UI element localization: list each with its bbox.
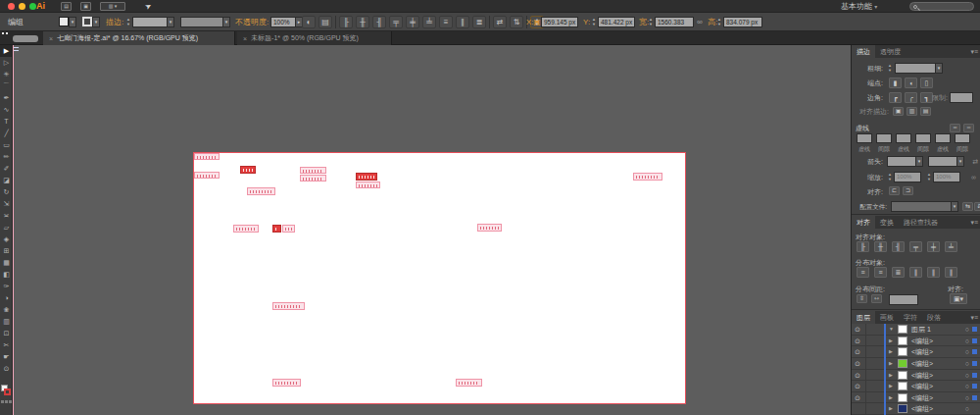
- visibility-eye-icon[interactable]: ⊙: [855, 370, 860, 381]
- layer-name[interactable]: <编组>: [911, 346, 933, 357]
- arrange-documents-icon[interactable]: ▥ ▾: [100, 2, 125, 11]
- miter-limit-field[interactable]: [950, 92, 973, 103]
- dimension-annotation[interactable]: [477, 224, 502, 232]
- window-drag-stub[interactable]: [13, 35, 38, 42]
- tab-align-panel[interactable]: 路径查找器: [899, 216, 943, 229]
- stroke-weight-field[interactable]: [132, 17, 168, 27]
- align-bottom-icon[interactable]: ╧: [422, 16, 436, 28]
- distribute-space-vertical-icon[interactable]: ⇳: [857, 294, 867, 303]
- x-field[interactable]: 959.145 px: [541, 17, 578, 27]
- align-left-icon[interactable]: ╟: [339, 16, 353, 28]
- workspace-switcher[interactable]: 基本功能 ▾: [841, 0, 877, 14]
- perspective-grid-tool[interactable]: ⊞: [0, 245, 13, 257]
- slice-tool[interactable]: ✂: [0, 339, 13, 351]
- dimension-annotation[interactable]: [194, 153, 220, 160]
- stroke-align-center-icon[interactable]: ▣: [893, 107, 904, 116]
- stroke-weight-label[interactable]: 描边:: [106, 13, 123, 31]
- eraser-tool[interactable]: ◪: [0, 175, 13, 186]
- align-horizontal-right-icon[interactable]: ╢: [892, 241, 905, 252]
- layer-thumbnail[interactable]: [898, 382, 907, 390]
- rotate-tool[interactable]: ↻: [0, 186, 13, 198]
- scale-start-stepper[interactable]: ▲▼: [887, 172, 893, 182]
- expand-arrow-icon[interactable]: ▶: [889, 370, 893, 381]
- link-scale-icon[interactable]: ∞: [964, 171, 976, 183]
- expand-arrow-icon[interactable]: ▶: [889, 336, 893, 346]
- canvas[interactable]: [13, 45, 851, 415]
- tab-layers-panel[interactable]: 图层: [852, 311, 875, 324]
- variable-width-dropdown-icon[interactable]: ▾: [222, 17, 230, 27]
- layer-thumbnail[interactable]: [898, 393, 907, 402]
- magic-wand-tool[interactable]: ✳: [0, 69, 13, 80]
- layer-name[interactable]: <编组>: [911, 336, 933, 346]
- layer-thumbnail[interactable]: [898, 347, 907, 356]
- selection-chip[interactable]: [972, 395, 977, 400]
- target-circle-icon[interactable]: ○: [965, 324, 969, 335]
- vertical-guide[interactable]: [13, 297, 14, 415]
- blend-tool[interactable]: ◑: [0, 292, 13, 304]
- tab-layers-panel[interactable]: 段落: [922, 311, 946, 324]
- dimension-annotation[interactable]: [194, 172, 220, 179]
- distribute-vertical-top-icon[interactable]: ≡: [857, 267, 869, 278]
- tab-stroke-panel[interactable]: 描边: [852, 45, 875, 58]
- distribute-horizontal-center-icon[interactable]: ∥: [927, 267, 940, 278]
- spacing-value-field[interactable]: [889, 294, 918, 305]
- symbol-sprayer-tool[interactable]: ❀: [0, 304, 13, 316]
- tab-layers-panel[interactable]: 画板: [875, 311, 899, 324]
- x-stepper[interactable]: ▲▼: [534, 17, 540, 27]
- width-tool[interactable]: ≍: [0, 210, 13, 222]
- expand-arrow-icon[interactable]: ▶: [889, 358, 893, 369]
- weight-stepper[interactable]: ▲▼: [887, 63, 893, 73]
- zoom-tool[interactable]: ⊙: [0, 363, 13, 375]
- layer-row[interactable]: ⊙▶<编组>○: [852, 346, 980, 358]
- layer-row[interactable]: ⊙▶<编组>○: [852, 392, 980, 404]
- vertical-guide[interactable]: [13, 45, 14, 297]
- opacity-label[interactable]: 不透明度:: [235, 13, 269, 31]
- dash-align-icon[interactable]: ┉: [963, 124, 974, 132]
- selection-chip[interactable]: [972, 373, 977, 378]
- artboard-tool[interactable]: ⊡: [0, 328, 13, 339]
- mesh-tool[interactable]: ▦: [0, 257, 13, 269]
- dimension-annotation[interactable]: [272, 302, 305, 310]
- y-stepper[interactable]: ▲▼: [591, 17, 597, 27]
- distribute-horizontal-right-icon[interactable]: ∥: [945, 267, 957, 278]
- expand-arrow-icon[interactable]: ▶: [889, 346, 893, 357]
- tab-stroke-panel[interactable]: 透明度: [875, 45, 906, 58]
- lasso-tool[interactable]: ⌒: [0, 80, 13, 92]
- layer-row[interactable]: ⊙▶<编组>○: [852, 370, 980, 382]
- selection-tool[interactable]: ▶: [0, 45, 13, 57]
- expand-arrow-icon[interactable]: ▼: [889, 324, 894, 335]
- selection-chip[interactable]: [972, 327, 977, 332]
- align-vertical-top-icon[interactable]: ╤: [909, 241, 922, 252]
- align-horizontal-left-icon[interactable]: ╟: [857, 241, 869, 252]
- dimension-annotation[interactable]: [247, 187, 275, 195]
- layer-thumbnail[interactable]: [898, 337, 907, 345]
- document-tab[interactable]: ×七廊门海报-定.ai* @ 16.67% (RGB/GPU 预览): [43, 31, 235, 45]
- distribute-space-horizontal-icon[interactable]: ⇿: [871, 294, 882, 303]
- visibility-eye-icon[interactable]: ⊙: [855, 381, 860, 391]
- brush-definition-icon[interactable]: ▤: [318, 16, 332, 28]
- layer-row[interactable]: ⊙▼图层 1○: [852, 324, 980, 336]
- flip-across-icon[interactable]: ⇵: [974, 202, 980, 211]
- layer-name[interactable]: <编组>: [911, 403, 933, 414]
- fill-stroke-indicator[interactable]: [1, 385, 12, 398]
- dash-input[interactable]: [955, 133, 970, 143]
- column-graph-tool[interactable]: ▥: [0, 316, 13, 328]
- align-horizontal-center-icon[interactable]: ╫: [874, 241, 887, 252]
- dimension-annotation[interactable]: [272, 225, 281, 233]
- dash-input[interactable]: [876, 133, 892, 143]
- dash-input[interactable]: [915, 133, 931, 143]
- layer-row[interactable]: ▶<编组>○: [852, 403, 980, 415]
- document-tab[interactable]: ×未标题-1* @ 50% (RGB/GPU 预览): [237, 31, 392, 45]
- target-circle-icon[interactable]: ○: [965, 381, 969, 391]
- fill-color-swatch[interactable]: [59, 17, 69, 26]
- dimension-annotation[interactable]: [233, 225, 259, 233]
- scale-tool[interactable]: ⇲: [0, 198, 13, 210]
- dimension-annotation[interactable]: [300, 167, 326, 174]
- stroke-swatch[interactable]: [4, 389, 11, 395]
- dash-input[interactable]: [935, 133, 951, 143]
- align-vertical-bottom-icon[interactable]: ╧: [945, 241, 957, 252]
- arrowhead-end-field[interactable]: [928, 156, 957, 167]
- distribute-center-icon[interactable]: ∥: [456, 16, 469, 28]
- selection-chip[interactable]: [972, 349, 977, 354]
- align-right-icon[interactable]: ╢: [372, 16, 386, 28]
